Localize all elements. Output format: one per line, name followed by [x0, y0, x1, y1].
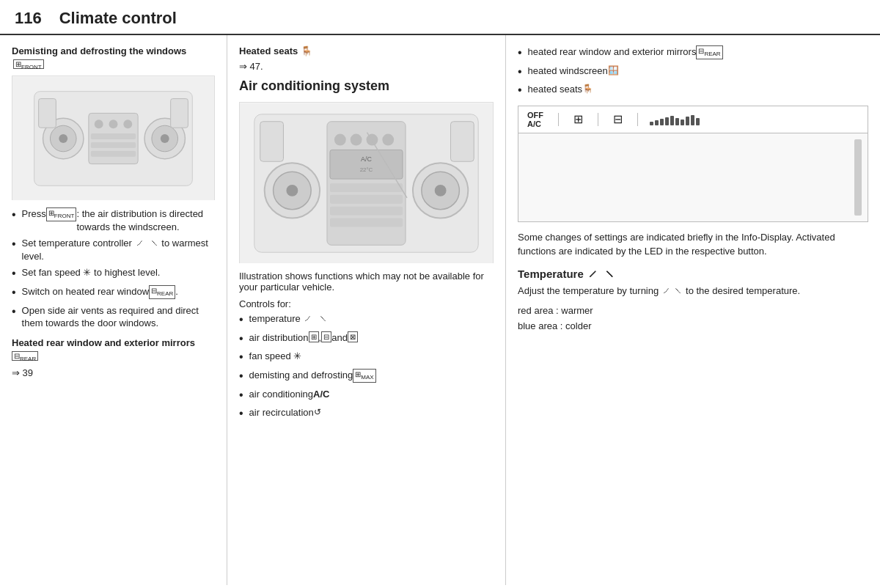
section2-ref: ⇒ 39	[12, 367, 215, 378]
bullet-item: Set fan speed ✳ to highest level.	[12, 266, 215, 282]
red-area-row: red area : warmer	[518, 304, 868, 319]
toolbar-divider1	[558, 113, 559, 126]
svg-point-11	[123, 120, 132, 129]
temp-visual	[650, 114, 700, 125]
bullet-recirculation: air recirculation ↺	[239, 406, 494, 422]
bullet-heated-seats: heated seats 🪑	[518, 83, 868, 98]
svg-point-4	[59, 134, 67, 143]
svg-point-28	[367, 134, 378, 146]
air-conditioning-heading: Air conditioning system	[239, 78, 494, 95]
col-left: Demisting and defrosting the windows ⊞FR…	[0, 35, 227, 585]
svg-point-9	[95, 120, 103, 129]
car-image-left	[12, 76, 215, 200]
heated-seats-icon: 🪑	[301, 45, 312, 56]
info-display-body	[518, 133, 868, 221]
svg-point-10	[109, 120, 118, 129]
bullet-air-dist: air distribution ⊞, ⊟ and ⊠	[239, 331, 494, 347]
svg-rect-12	[91, 133, 136, 139]
controls-bullets: temperature ⟋ ⟍ air distribution ⊞, ⊟ an…	[239, 312, 494, 422]
illustration-caption: Illustration shows functions which may n…	[239, 271, 494, 293]
svg-rect-33	[330, 183, 403, 192]
red-area-value: : warmer	[556, 305, 593, 316]
toolbar-divider3	[637, 113, 638, 126]
section1-heading: Demisting and defrosting the windows ⊞FR…	[12, 45, 215, 71]
svg-rect-35	[330, 207, 403, 216]
svg-rect-14	[91, 151, 136, 157]
col-right: heated rear window and exterior mirrors …	[506, 35, 880, 585]
heated-seats-heading: Heated seats	[239, 45, 301, 56]
toolbar-divider2	[598, 113, 598, 126]
svg-rect-39	[451, 122, 474, 162]
bullet-temperature: temperature ⟋ ⟍	[239, 312, 494, 328]
front-icon: ⊞FRONT	[13, 59, 44, 69]
svg-text:A/C: A/C	[361, 156, 372, 163]
page-number: 116	[15, 9, 42, 28]
svg-rect-38	[260, 122, 284, 162]
svg-point-29	[382, 134, 394, 146]
svg-text:22°C: 22°C	[360, 166, 373, 173]
bullet-demisting: demisting and defrosting ⊞MAX	[239, 369, 494, 384]
col-mid: Heated seats 🪑 ⇒ 47. Air conditioning sy…	[227, 35, 506, 585]
bullet-ac: air conditioning A/C	[239, 388, 494, 403]
color-legend: red area : warmer blue area : colder	[518, 304, 868, 334]
info-text: Some changes of settings are indicated b…	[518, 231, 868, 259]
temperature-heading: Temperature ⟋ ⟍	[518, 268, 868, 280]
page-title: Climate control	[59, 9, 177, 28]
car-image-mid: A/C 22°C	[239, 102, 494, 263]
heated-seats-ref: ⇒ 47.	[239, 61, 494, 72]
svg-point-21	[286, 185, 298, 196]
blue-area-label: blue area	[518, 320, 557, 331]
bullet-rear-window: heated rear window and exterior mirrors …	[518, 45, 868, 61]
svg-point-27	[351, 134, 362, 146]
toolbar-icon1: ⊞	[571, 111, 586, 128]
scrollbar	[854, 139, 862, 216]
right-bullets: heated rear window and exterior mirrors …	[518, 45, 868, 98]
bullet-item: Open side air vents as required and dire…	[12, 304, 215, 330]
content-area: Demisting and defrosting the windows ⊞FR…	[0, 35, 880, 585]
bullet-item: Switch on heated rear window ⊟REAR.	[12, 285, 215, 301]
toolbar-icon2: ⊟	[610, 111, 626, 128]
svg-rect-30	[330, 150, 403, 180]
bullets-list-left: Press ⊞FRONT: the air distribution is di…	[12, 207, 215, 329]
page-header: 116 Climate control	[0, 0, 880, 35]
bullet-fan-speed: fan speed ✳	[239, 350, 494, 365]
info-display: OFFA/C ⊞ ⊟	[518, 106, 868, 222]
bullet-item: Press ⊞FRONT: the air distribution is di…	[12, 207, 215, 233]
section2-heading: Heated rear window and exterior mirrors …	[12, 337, 215, 363]
red-area-label: red area	[518, 305, 553, 316]
temp-text: Adjust the temperature by turning ⟋ ⟍ to…	[518, 284, 868, 298]
svg-rect-16	[171, 99, 188, 128]
svg-point-7	[161, 134, 169, 143]
bullet-heated-windscreen: heated windscreen 🪟	[518, 65, 868, 80]
ac-off-label: OFFA/C	[524, 109, 546, 130]
svg-rect-15	[39, 99, 56, 128]
blue-area-row: blue area : colder	[518, 319, 868, 334]
svg-rect-13	[91, 142, 136, 148]
bullet-item: Set temperature controller ⟋ ⟍ to warmes…	[12, 237, 215, 262]
svg-point-26	[334, 134, 346, 146]
svg-rect-36	[330, 218, 403, 227]
controls-label: Controls for:	[239, 298, 494, 309]
info-display-toolbar: OFFA/C ⊞ ⊟	[518, 106, 868, 133]
blue-area-value: : colder	[560, 320, 592, 331]
svg-rect-34	[330, 195, 403, 204]
svg-point-24	[435, 185, 447, 196]
